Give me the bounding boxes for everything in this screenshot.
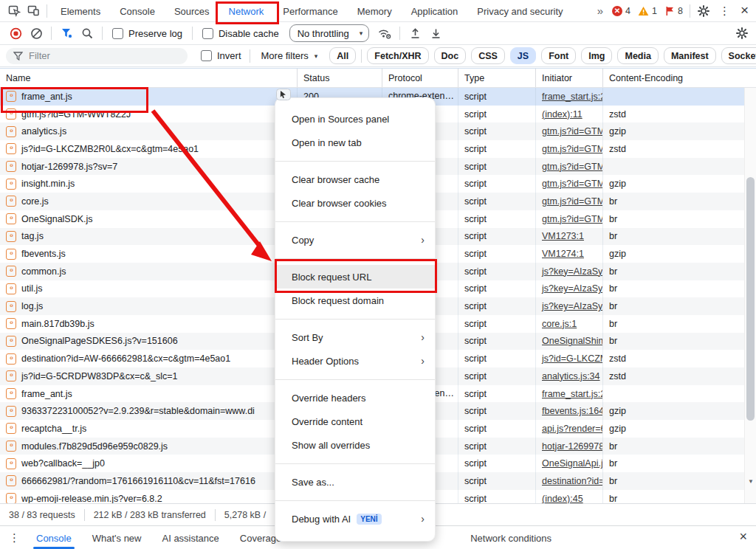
menu-item-sort-by[interactable]: Sort By›: [275, 325, 435, 349]
initiator-link[interactable]: (index):11: [542, 109, 583, 120]
error-count-badge[interactable]: ✕ 4: [612, 6, 630, 16]
record-network-log-button[interactable]: [6, 24, 25, 43]
tab-application[interactable]: Application: [402, 0, 468, 22]
network-settings-button[interactable]: [732, 24, 752, 43]
more-panels-button[interactable]: »: [591, 4, 609, 17]
initiator-link[interactable]: js?key=AIzaSyD: [542, 283, 603, 294]
menu-item-override-headers[interactable]: Override headers: [275, 386, 435, 410]
close-drawer-button[interactable]: ×: [739, 529, 756, 546]
scroll-down-icon[interactable]: ▼: [748, 478, 754, 485]
tab-network[interactable]: Network: [219, 0, 274, 22]
column-header-type[interactable]: Type: [458, 69, 536, 87]
warning-count-badge[interactable]: 1: [638, 6, 657, 16]
chip-css[interactable]: CSS: [471, 47, 505, 64]
chip-media[interactable]: Media: [617, 47, 658, 64]
tab-performance[interactable]: Performance: [273, 0, 347, 22]
filter-toggle-button[interactable]: [57, 24, 76, 43]
chip-doc[interactable]: Doc: [434, 47, 467, 64]
request-type-chips: AllFetch/XHRDocCSSJSFontImgMediaManifest…: [329, 47, 756, 64]
chip-socket[interactable]: Socket: [721, 47, 756, 64]
initiator-link[interactable]: frame_start.js:2: [542, 389, 603, 399]
column-header-content-encoding[interactable]: Content-Encoding: [603, 69, 756, 87]
tab-console[interactable]: Console: [110, 0, 165, 22]
inspect-element-button[interactable]: [4, 1, 24, 21]
search-button[interactable]: [78, 24, 97, 43]
chip-font[interactable]: Font: [541, 47, 576, 64]
initiator-link[interactable]: analytics.js:34: [542, 371, 600, 381]
throttling-select[interactable]: No throttling ▾: [289, 24, 370, 42]
initiator-link[interactable]: frame_start.js:2: [542, 92, 603, 102]
initiator-link[interactable]: (index):45: [542, 494, 583, 503]
clear-network-log-button[interactable]: [27, 24, 46, 43]
initiator-link[interactable]: gtm.js?id=GTM: [542, 126, 603, 137]
drawer-tab-console[interactable]: Console: [26, 526, 82, 549]
chip-js[interactable]: JS: [510, 47, 536, 64]
menu-item-header-options[interactable]: Header Options›: [275, 349, 435, 373]
close-devtools-button[interactable]: ×: [736, 2, 756, 20]
initiator-link[interactable]: hotjar-1269978: [542, 441, 603, 452]
preserve-log-toggle[interactable]: Preserve log: [108, 28, 187, 39]
initiator-link[interactable]: gtm.js?id=GTM: [542, 179, 603, 189]
drawer-tab-ai-assistance[interactable]: AI assistance: [152, 526, 230, 549]
tab-sources[interactable]: Sources: [165, 0, 219, 22]
issues-count-badge[interactable]: 8: [664, 6, 683, 16]
column-header-protocol[interactable]: Protocol: [382, 69, 458, 87]
column-header-status[interactable]: Status: [298, 69, 382, 87]
more-filters-button[interactable]: More filters ▾: [254, 50, 326, 61]
initiator-link[interactable]: core.js:1: [542, 319, 577, 329]
initiator-link[interactable]: fbevents.js:164.: [542, 406, 603, 416]
chip-img[interactable]: Img: [581, 47, 612, 64]
menu-item-clear-browser-cookies[interactable]: Clear browser cookies: [275, 191, 435, 215]
drawer-tab-network-conditions[interactable]: Network conditions: [460, 526, 562, 549]
initiator-link[interactable]: destination?id=: [542, 476, 603, 486]
preserve-log-checkbox[interactable]: [112, 28, 123, 39]
network-conditions-button[interactable]: [375, 24, 394, 43]
initiator-link[interactable]: gtm.js?id=GTM: [542, 214, 603, 224]
column-header-name[interactable]: Name: [0, 69, 298, 87]
invert-toggle[interactable]: Invert: [196, 50, 246, 61]
column-header-initiator[interactable]: Initiator: [536, 69, 603, 87]
drawer-menu-button[interactable]: ⋮: [3, 531, 26, 545]
menu-item-clear-browser-cache[interactable]: Clear browser cache: [275, 168, 435, 191]
export-har-button[interactable]: [426, 24, 445, 43]
menu-item-override-content[interactable]: Override content: [275, 410, 435, 433]
request-name-cell: ‹›666662981/?random=1761661916110&cv=11&…: [0, 472, 298, 490]
disable-cache-checkbox[interactable]: [202, 28, 213, 39]
tab-elements[interactable]: Elements: [51, 0, 110, 22]
chip-all[interactable]: All: [329, 47, 356, 64]
request-type-cell: script: [458, 210, 536, 228]
menu-item-block-request-url[interactable]: Block request URL: [275, 265, 435, 289]
scrollbar-thumb[interactable]: [746, 177, 755, 421]
menu-item-show-all-overrides[interactable]: Show all overrides: [275, 433, 435, 457]
menu-item-open-in-sources-panel[interactable]: Open in Sources panel: [275, 107, 435, 131]
initiator-link[interactable]: js?id=G-LKCZM: [542, 353, 603, 364]
more-options-button[interactable]: ⋮: [713, 4, 736, 18]
initiator-link[interactable]: js?key=AIzaSyD: [542, 301, 603, 311]
chip-manifest[interactable]: Manifest: [664, 47, 716, 64]
chip-fetch-xhr[interactable]: Fetch/XHR: [367, 47, 428, 64]
invert-checkbox[interactable]: [201, 50, 212, 61]
menu-item-copy[interactable]: Copy›: [275, 228, 435, 252]
drawer-tab-what-s-new[interactable]: What's new: [82, 526, 152, 549]
tab-memory[interactable]: Memory: [348, 0, 402, 22]
initiator-link[interactable]: VM1273:1: [542, 231, 584, 241]
menu-item-debug-with-ai[interactable]: Debug with AIYENİ›: [275, 507, 435, 531]
initiator-link[interactable]: gtm.js?id=GTM: [542, 196, 603, 207]
tab-privacy-and-security[interactable]: Privacy and security: [467, 0, 572, 22]
menu-item-save-as[interactable]: Save as...: [275, 470, 435, 494]
menu-item-block-request-domain[interactable]: Block request domain: [275, 289, 435, 312]
initiator-link[interactable]: VM1274:1: [542, 249, 584, 259]
filter-input[interactable]: Filter: [6, 48, 188, 64]
menu-item-open-in-new-tab[interactable]: Open in new tab: [275, 131, 435, 154]
initiator-link[interactable]: js?key=AIzaSyD: [542, 266, 603, 277]
device-toolbar-button[interactable]: [24, 1, 43, 21]
settings-button[interactable]: [694, 1, 713, 21]
initiator-link[interactable]: gtm.js?id=GTM: [542, 162, 603, 172]
initiator-link[interactable]: OneSignalShim: [542, 336, 603, 346]
initiator-link[interactable]: api.js?render=6: [542, 424, 603, 434]
import-har-button[interactable]: [405, 24, 425, 43]
scrollbar[interactable]: [744, 88, 756, 503]
initiator-link[interactable]: OneSignalApi.js: [542, 458, 603, 469]
initiator-link[interactable]: gtm.js?id=GTM: [542, 144, 603, 154]
disable-cache-toggle[interactable]: Disable cache: [198, 28, 284, 39]
